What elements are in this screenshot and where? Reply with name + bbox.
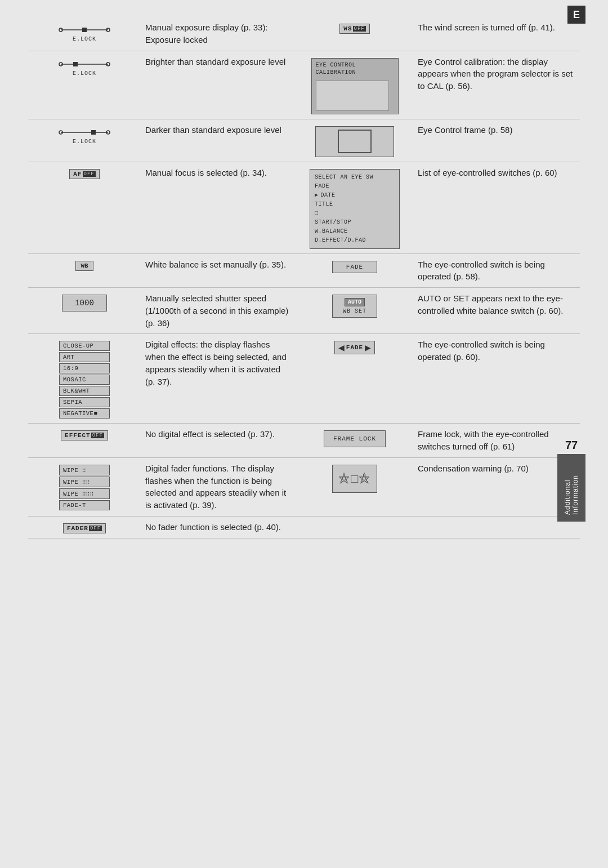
fade-box: FADE [332, 261, 377, 273]
wb-set-icon: AUTO WB SET [298, 292, 411, 318]
fader-main-text: FADER [67, 525, 88, 532]
desc-shutter: Manually selected shutter speed (1/1000t… [141, 292, 298, 329]
effect-main-text: EFFECT [65, 432, 91, 439]
frame-lock-text: FRAME LOCK [333, 435, 376, 442]
elock-label-2: E.LOCK [73, 70, 96, 77]
sel-line-6: W.BALANCE [315, 227, 348, 236]
row-6: 1000 Manually selected shutter speed (1/… [28, 288, 580, 334]
wb-set-auto: AUTO [345, 298, 365, 306]
row-7: CLOSE-UP ART 16:9 MOSAIC BLK&WHT SEPIA N… [28, 334, 580, 424]
sel-line-2: DATE [321, 191, 336, 200]
sfade-left-arrow: ◀ [338, 343, 345, 352]
eye-cal-inner [316, 81, 389, 111]
effect-item-2: 16:9 [59, 363, 110, 373]
sel-line-5: START/STOP [315, 218, 351, 227]
desc-eye-frame: Eye Control frame (p. 58) [411, 124, 580, 136]
empty-icon-10 [298, 521, 411, 523]
wb-box: WB [75, 261, 93, 271]
desc-elock-standard: Manual exposure display (p. 33): Exposur… [141, 21, 298, 46]
row-4: AFOFF Manual focus is selected (p. 34). … [28, 162, 580, 254]
wb-icon: WB [28, 259, 141, 271]
sfade-icon: ◀ FADE ▶ [298, 339, 411, 354]
fader-off-icon: FADEROFF [28, 521, 141, 533]
shutter-box: 1000 [62, 295, 107, 311]
effect-item-3: MOSAIC [59, 375, 110, 385]
row-8: EFFECTOFF No digital effect is selected … [28, 424, 580, 458]
elock-standard-icon: E.LOCK [28, 21, 141, 42]
desc-eye-cal: Eye Control calibration: the display app… [411, 56, 580, 92]
sel-line-3: TITLE [315, 200, 333, 209]
row-5: WB White balance is set manually (p. 35)… [28, 254, 580, 288]
desc-wb: White balance is set manually (p. 35). [141, 259, 298, 271]
desc-condensation: Condensation warning (p. 70) [411, 462, 580, 475]
desc-af-off: Manual focus is selected (p. 34). [141, 167, 298, 179]
svg-rect-10 [91, 130, 96, 135]
eye-frame-inner [338, 130, 372, 153]
effect-off-icon: EFFECTOFF [28, 428, 141, 440]
ws-off-badge: OFF [353, 26, 366, 32]
af-main-text: AF [73, 171, 82, 177]
effect-off-badge: OFF [91, 433, 104, 438]
fade-icon: FADE [298, 259, 411, 273]
section-badge: E [567, 6, 585, 24]
effect-item-4: BLK&WHT [59, 386, 110, 396]
effect-item-5: SEPIA [59, 397, 110, 407]
sel-line-4: □ [315, 209, 319, 218]
row-10: FADEROFF No fader function is selected (… [28, 517, 580, 538]
row-3: E.LOCK Darker than standard exposure lev… [28, 119, 580, 162]
row-1: E.LOCK Manual exposure display (p. 33): … [28, 17, 580, 51]
frame-lock-icon: FRAME LOCK [298, 428, 411, 447]
af-off-icon: AFOFF [28, 167, 141, 179]
condensation-box: ⛤□⛤ [332, 465, 377, 493]
row-9: WIPE ∷ WIPE ∷∷ WIPE ∷∷∷ FADE-T Digital f… [28, 458, 580, 517]
desc-ws-off: The wind screen is turned off (p. 41). [411, 21, 580, 34]
eye-frame-icon [298, 124, 411, 157]
effect-item-1: ART [59, 352, 110, 362]
fade-label: FADE [346, 264, 363, 270]
elock-bright-icon: E.LOCK [28, 56, 141, 77]
side-label: Additional Information [557, 454, 585, 522]
desc-frame-lock: Frame lock, with the eye-controlled swit… [411, 428, 580, 453]
frame-lock-box: FRAME LOCK [324, 430, 386, 447]
effect-off-box: EFFECTOFF [61, 430, 108, 440]
effect-item-0: CLOSE-UP [59, 341, 110, 351]
select-eye-icon: SELECT AN EYE SW FADE ▶DATE TITLE □ STAR… [298, 167, 411, 249]
sfade-text: FADE [346, 344, 363, 351]
svg-rect-6 [73, 62, 78, 66]
desc-effects: Digital effects: the display flashes whe… [141, 339, 298, 388]
wipe-list: WIPE ∷ WIPE ∷∷ WIPE ∷∷∷ FADE-T [59, 465, 110, 510]
wipe-item-2: WIPE ∷∷∷ [59, 488, 110, 499]
desc-select-eye: List of eye-controlled switches (p. 60) [411, 167, 580, 179]
wipe-list-icon: WIPE ∷ WIPE ∷∷ WIPE ∷∷∷ FADE-T [28, 462, 141, 510]
desc-wb-set: AUTO or SET appears next to the eye-cont… [411, 292, 580, 317]
wipe-item-1: WIPE ∷∷ [59, 477, 110, 487]
effect-item-6: NEGATIVE■ [59, 408, 110, 419]
desc-elock-dark: Darker than standard exposure level [141, 124, 298, 136]
desc-fade: The eye-controlled switch is being opera… [411, 259, 580, 283]
wipe-item-0: WIPE ∷ [59, 465, 110, 475]
svg-rect-2 [82, 28, 87, 32]
wb-set-box: AUTO WB SET [332, 295, 377, 318]
desc-sfade: The eye-controlled switch is being opera… [411, 339, 580, 363]
elock-label-3: E.LOCK [73, 139, 96, 145]
condensation-symbol: ⛤□⛤ [338, 471, 370, 486]
elock-dark-icon: E.LOCK [28, 124, 141, 145]
sel-line-7: D.EFFECT/D.FAD [315, 236, 366, 245]
side-label-text: Additional Information [564, 461, 579, 515]
ws-off-icon: WSOFF [298, 21, 411, 34]
elock-label-1: E.LOCK [73, 36, 96, 42]
wipe-item-3: FADE-T [59, 500, 110, 510]
fader-off-badge: OFF [89, 526, 102, 531]
wb-label: WB [81, 262, 88, 269]
condensation-icon: ⛤□⛤ [298, 462, 411, 493]
eye-cal-icon: EYE CONTROLCALIBRATION [298, 56, 411, 114]
eye-cal-title: EYE CONTROLCALIBRATION [316, 61, 356, 76]
sfade-right-arrow: ▶ [365, 343, 371, 352]
desc-fader-off: No fader function is selected (p. 40). [141, 521, 298, 533]
shutter-value: 1000 [75, 299, 94, 308]
desc-elock-bright: Brighter than standard exposure level [141, 56, 298, 68]
sel-line-0: SELECT AN EYE SW [315, 173, 373, 182]
sel-line-1: FADE [315, 182, 329, 191]
desc-wipes: Digital fader functions. The display fla… [141, 462, 298, 511]
select-eye-box: SELECT AN EYE SW FADE ▶DATE TITLE □ STAR… [310, 169, 400, 249]
